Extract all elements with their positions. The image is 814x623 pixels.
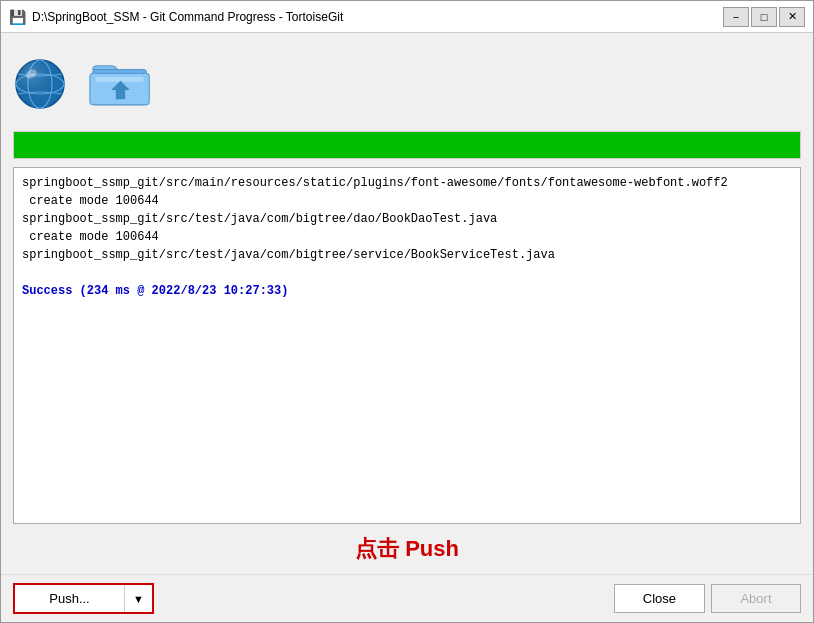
log-area[interactable]: springboot_ssmp_git/src/main/resources/s… [13, 167, 801, 524]
push-dropdown-button[interactable]: ▼ [125, 585, 152, 612]
abort-button[interactable]: Abort [711, 584, 801, 613]
title-bar-left: 💾 D:\SpringBoot_SSM - Git Command Progre… [9, 9, 343, 25]
log-line: create mode 100644 [22, 192, 792, 210]
push-button-group: Push... ▼ [13, 583, 154, 614]
progress-bar-fill [14, 132, 800, 158]
folder-icon [88, 56, 153, 111]
window-title: D:\SpringBoot_SSM - Git Command Progress… [32, 10, 343, 24]
log-line: create mode 100644 [22, 228, 792, 246]
main-window: 💾 D:\SpringBoot_SSM - Git Command Progre… [0, 0, 814, 623]
push-hint: 点击 Push [13, 534, 801, 564]
icons-row [13, 43, 801, 123]
log-line [22, 264, 792, 282]
log-line: springboot_ssmp_git/src/test/java/com/bi… [22, 210, 792, 228]
bottom-bar: Push... ▼ Close Abort [1, 574, 813, 622]
title-bar: 💾 D:\SpringBoot_SSM - Git Command Progre… [1, 1, 813, 33]
close-window-button[interactable]: ✕ [779, 7, 805, 27]
log-line: springboot_ssmp_git/src/main/resources/s… [22, 174, 792, 192]
maximize-button[interactable]: □ [751, 7, 777, 27]
globe-icon [13, 56, 68, 111]
log-success-line: Success (234 ms @ 2022/8/23 10:27:33) [22, 282, 792, 300]
content-area: springboot_ssmp_git/src/main/resources/s… [1, 33, 813, 574]
push-button[interactable]: Push... [15, 585, 125, 612]
svg-point-3 [16, 60, 64, 108]
title-bar-controls: − □ ✕ [723, 7, 805, 27]
app-icon: 💾 [9, 9, 26, 25]
log-line: springboot_ssmp_git/src/test/java/com/bi… [22, 246, 792, 264]
svg-rect-7 [95, 77, 143, 82]
close-button[interactable]: Close [614, 584, 705, 613]
minimize-button[interactable]: − [723, 7, 749, 27]
progress-bar-container [13, 131, 801, 159]
